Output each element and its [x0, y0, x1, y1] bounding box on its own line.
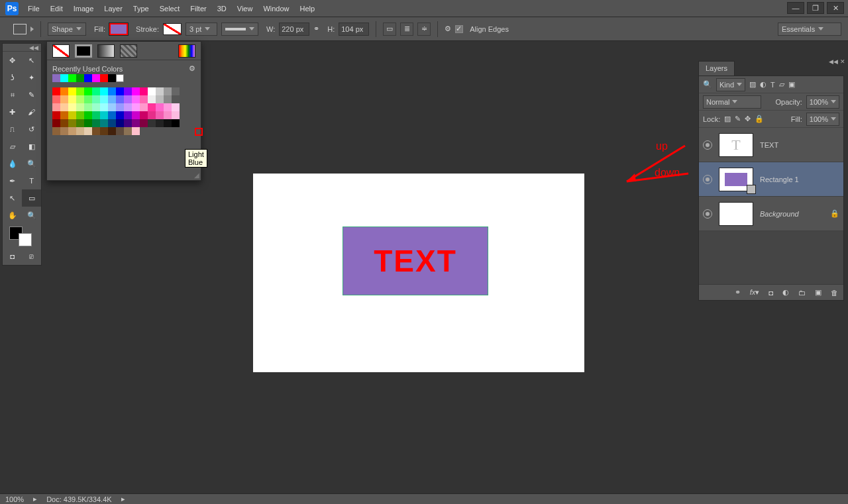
color-swatch[interactable]: [92, 87, 100, 95]
path-arrange-button[interactable]: ≑: [417, 23, 431, 36]
color-swatch[interactable]: [68, 127, 76, 135]
color-swatch[interactable]: [172, 103, 180, 111]
workspace-dropdown[interactable]: Essentials: [778, 23, 841, 36]
layer-name[interactable]: Background: [760, 210, 799, 218]
layer-name[interactable]: TEXT: [760, 141, 778, 149]
filter-type-icon[interactable]: T: [770, 81, 775, 89]
close-button[interactable]: ✕: [827, 2, 844, 14]
layer-filter-dropdown[interactable]: Kind: [716, 78, 745, 91]
color-swatch[interactable]: [132, 111, 140, 119]
lock-position-icon[interactable]: ✥: [745, 115, 751, 123]
layer-item-rectangle[interactable]: Rectangle 1: [699, 162, 843, 197]
color-swatch[interactable]: [116, 95, 124, 103]
color-swatch[interactable]: [156, 95, 164, 103]
color-swatch[interactable]: [92, 74, 100, 82]
tool-flyout-icon[interactable]: [30, 26, 34, 32]
menu-edit[interactable]: Edit: [50, 5, 63, 13]
lock-all-icon[interactable]: 🔒: [755, 115, 764, 123]
color-swatch[interactable]: [92, 111, 100, 119]
color-swatch[interactable]: [76, 111, 84, 119]
color-swatch[interactable]: [52, 103, 60, 111]
color-swatch[interactable]: [156, 103, 164, 111]
color-swatch[interactable]: [60, 127, 68, 135]
color-swatch[interactable]: [148, 95, 156, 103]
tool-rectangle[interactable]: ▭: [22, 189, 41, 207]
fill-mode-gradient[interactable]: [97, 44, 115, 58]
fill-mode-pattern[interactable]: [120, 44, 137, 58]
menu-help[interactable]: Help: [300, 5, 315, 13]
color-swatch[interactable]: [156, 87, 164, 95]
fill-mode-none[interactable]: [52, 44, 70, 58]
width-input[interactable]: [279, 23, 309, 36]
text-layer[interactable]: TEXT: [374, 243, 457, 279]
color-swatch[interactable]: [100, 127, 108, 135]
tool-dodge[interactable]: 🔍: [22, 155, 41, 172]
tool-lasso[interactable]: ʖ: [3, 69, 22, 86]
color-swatch[interactable]: [148, 103, 156, 111]
color-swatch[interactable]: [92, 127, 100, 135]
stroke-swatch[interactable]: [163, 23, 182, 35]
lock-transparency-icon[interactable]: ▨: [724, 115, 731, 123]
color-swatch[interactable]: [132, 119, 140, 127]
tool-gradient[interactable]: ◧: [22, 138, 41, 155]
color-swatch[interactable]: [140, 103, 148, 111]
color-swatch[interactable]: [52, 127, 60, 135]
color-swatch[interactable]: [100, 95, 108, 103]
layer-name[interactable]: Rectangle 1: [760, 176, 799, 183]
gear-icon[interactable]: ⚙: [445, 25, 451, 33]
menu-filter[interactable]: Filter: [190, 5, 206, 13]
color-swatch[interactable]: [156, 119, 164, 127]
color-swatch[interactable]: [100, 119, 108, 127]
new-layer-icon[interactable]: ▣: [815, 288, 822, 297]
color-swatch[interactable]: [76, 127, 84, 135]
fill-mode-solid[interactable]: [75, 44, 92, 58]
color-swatch[interactable]: [60, 103, 68, 111]
color-swatch[interactable]: [100, 111, 108, 119]
menu-type[interactable]: Type: [133, 5, 149, 13]
color-swatch[interactable]: [108, 87, 116, 95]
menu-view[interactable]: View: [237, 5, 253, 13]
layers-tab[interactable]: Layers: [698, 61, 735, 76]
color-swatch[interactable]: [52, 87, 60, 95]
color-swatch[interactable]: [172, 95, 180, 103]
doc-info[interactable]: Doc: 439.5K/334.4K: [46, 495, 111, 503]
toolbox-collapse[interactable]: ◀◀: [3, 44, 41, 52]
menu-layer[interactable]: Layer: [104, 5, 123, 13]
tool-path-select[interactable]: ↖: [3, 189, 22, 207]
doc-info-more-icon[interactable]: ▸: [121, 495, 125, 503]
layer-item-background[interactable]: Background 🔒: [699, 197, 843, 231]
menu-3d[interactable]: 3D: [217, 5, 227, 13]
filter-smart-icon[interactable]: ▣: [788, 80, 795, 89]
tool-eyedropper[interactable]: ✎: [22, 86, 41, 103]
tool-quick-select[interactable]: ✦: [22, 69, 41, 86]
color-swatch[interactable]: [108, 103, 116, 111]
height-input[interactable]: [339, 23, 369, 36]
layer-fx-icon[interactable]: fx▾: [750, 288, 760, 297]
color-swatch[interactable]: [156, 111, 164, 119]
fill-swatch[interactable]: [109, 23, 128, 35]
color-swatch[interactable]: [116, 74, 124, 82]
tool-pen[interactable]: ✒: [3, 172, 22, 189]
color-swatch[interactable]: [124, 87, 132, 95]
layer-item-text[interactable]: T TEXT: [699, 128, 843, 162]
color-swatch[interactable]: [124, 119, 132, 127]
tool-history-brush[interactable]: ↺: [22, 121, 41, 138]
filter-pixel-icon[interactable]: ▨: [749, 80, 756, 89]
color-swatch[interactable]: [60, 95, 68, 103]
menu-window[interactable]: Window: [263, 5, 289, 13]
color-swatch[interactable]: [52, 111, 60, 119]
tool-zoom[interactable]: 🔍: [22, 207, 41, 224]
tool-type[interactable]: T: [22, 172, 41, 189]
color-swatch[interactable]: [68, 87, 76, 95]
color-swatch[interactable]: [108, 119, 116, 127]
menu-select[interactable]: Select: [160, 5, 180, 13]
color-swatch[interactable]: [84, 111, 92, 119]
color-swatch[interactable]: [148, 87, 156, 95]
color-swatch[interactable]: [76, 119, 84, 127]
color-swatch[interactable]: [76, 74, 84, 82]
stroke-type-dropdown[interactable]: [221, 23, 258, 36]
tool-eraser[interactable]: ▱: [3, 138, 22, 155]
panel-resize-grip[interactable]: ◢: [194, 172, 199, 179]
color-swatch[interactable]: [84, 74, 92, 82]
background-color[interactable]: [19, 233, 32, 246]
